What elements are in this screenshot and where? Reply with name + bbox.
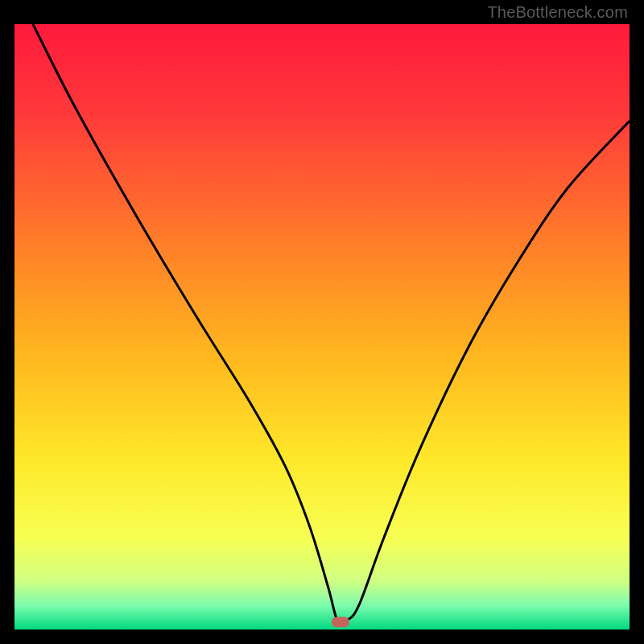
chart-svg [14,24,630,630]
optimal-marker [332,617,349,627]
watermark-text: TheBottleneck.com [487,3,628,22]
plot-background [14,24,630,630]
bottleneck-chart [14,24,630,630]
